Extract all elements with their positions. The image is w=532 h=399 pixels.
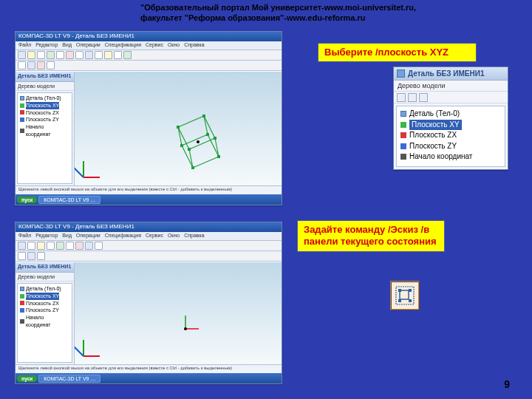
origin-icon: [20, 319, 24, 324]
menu-item[interactable]: Редактор: [35, 233, 58, 239]
toolbar-button[interactable]: [104, 51, 112, 59]
viewport-3d[interactable]: [75, 262, 282, 364]
toolbar-button[interactable]: [85, 242, 93, 250]
page-number: 9: [504, 378, 510, 390]
inset-model-tree[interactable]: Деталь (Тел-0) Плоскость XY Плоскость ZX…: [396, 106, 505, 167]
toolbar-button[interactable]: [47, 51, 55, 59]
side-panel-sublabel: Дерево модели: [16, 273, 74, 282]
sketch-icon[interactable]: [390, 281, 420, 310]
menu-item[interactable]: Редактор: [35, 42, 58, 49]
taskbar-task[interactable]: КОМПАС-3D LT V9 …: [38, 375, 100, 383]
toolbar-button[interactable]: [123, 51, 132, 59]
menu-item[interactable]: Операции: [76, 42, 100, 49]
toolbar-button[interactable]: [95, 242, 103, 250]
plane-icon: [20, 301, 24, 305]
tree-item[interactable]: Плоскость ZX: [19, 109, 70, 117]
toolbar-button[interactable]: [47, 242, 55, 250]
toolbar-button[interactable]: [37, 51, 45, 59]
toolbar-button[interactable]: [37, 242, 45, 250]
side-panel: Деталь БЕЗ ИМЕНИ1 Дерево модели Деталь (…: [16, 72, 75, 185]
side-panel: Деталь БЕЗ ИМЕНИ1 Дерево модели Деталь (…: [16, 262, 75, 364]
inset-toolbar-button[interactable]: [419, 93, 428, 102]
tree-item[interactable]: Плоскость ZY: [399, 141, 502, 152]
toolbar-button[interactable]: [37, 61, 45, 69]
tree-root[interactable]: Деталь (Тел-0): [19, 95, 70, 102]
svg-marker-0: [178, 116, 215, 149]
taskbar: пуск КОМПАС-3D LT V9 …: [16, 373, 282, 383]
toolbar-button[interactable]: [75, 51, 83, 59]
menu-item[interactable]: Вид: [62, 233, 72, 239]
callout-select-plane: Выберите /плоскость XYZ: [318, 43, 477, 62]
tree-item[interactable]: Плоскость ZY: [19, 307, 70, 314]
taskbar-task[interactable]: КОМПАС-3D LT V9 …: [38, 196, 100, 204]
toolbar-button[interactable]: [27, 51, 35, 59]
menu-item[interactable]: Спецификация: [105, 233, 141, 239]
model-tree[interactable]: Деталь (Тел-0) Плоскость XY Плоскость ZX…: [17, 283, 72, 363]
menu-item[interactable]: Справка: [184, 42, 204, 49]
tree-item[interactable]: Плоскость ZX: [399, 130, 502, 141]
toolbar-button[interactable]: [27, 242, 35, 250]
menu-item[interactable]: Вид: [62, 42, 72, 49]
toolbar-button[interactable]: [56, 242, 64, 250]
plane-icon: [20, 294, 24, 299]
tree-item[interactable]: Начало координат: [19, 123, 70, 138]
toolbar-button[interactable]: [95, 51, 103, 59]
tree-root[interactable]: Деталь (Тел-0): [399, 109, 502, 120]
toolbar-button[interactable]: [47, 61, 55, 69]
side-panel-title: Деталь БЕЗ ИМЕНИ1: [16, 262, 74, 273]
svg-rect-10: [180, 144, 183, 147]
tree-item[interactable]: Плоскость XY: [19, 102, 70, 109]
viewport-3d[interactable]: [75, 72, 282, 185]
toolbar-button[interactable]: [18, 51, 26, 59]
toolbar-button[interactable]: [27, 61, 35, 69]
tree-root[interactable]: Деталь (Тел-0): [19, 285, 70, 293]
svg-rect-22: [398, 299, 401, 302]
menubar[interactable]: Файл Редактор Вид Операции Спецификация …: [16, 41, 282, 50]
menu-item[interactable]: Окно: [168, 233, 180, 239]
menu-item[interactable]: Сервис: [146, 42, 163, 49]
tree-item[interactable]: Плоскость ZY: [19, 116, 70, 123]
toolbar-button[interactable]: [66, 51, 74, 59]
part-icon: [400, 111, 406, 117]
menu-item[interactable]: Спецификация: [105, 42, 141, 49]
part-icon: [20, 96, 24, 100]
toolbar-button[interactable]: [85, 51, 93, 59]
toolbar-button[interactable]: [56, 51, 64, 59]
svg-point-14: [197, 140, 200, 143]
tree-item[interactable]: Начало координат: [399, 151, 502, 163]
toolbar-button[interactable]: [18, 242, 26, 250]
toolbar-button[interactable]: [37, 252, 45, 260]
taskbar: пуск КОМПАС-3D LT V9 …: [16, 194, 282, 205]
toolbar-button[interactable]: [18, 61, 26, 69]
toolbar-button[interactable]: [75, 242, 83, 250]
start-button[interactable]: пуск: [17, 197, 37, 203]
menubar[interactable]: Файл Редактор Вид Операции Спецификация …: [16, 232, 282, 241]
menu-item[interactable]: Файл: [18, 233, 31, 239]
start-button[interactable]: пуск: [17, 375, 37, 382]
tree-item[interactable]: Плоскость XY: [19, 293, 70, 300]
isometric-plane-glyph: [163, 105, 230, 171]
toolbar-button[interactable]: [114, 51, 122, 59]
plane-icon: [400, 143, 406, 149]
menu-item[interactable]: Окно: [168, 42, 180, 49]
svg-rect-7: [202, 115, 205, 117]
tree-item[interactable]: Плоскость XY: [399, 120, 502, 131]
menu-item[interactable]: Операции: [76, 233, 100, 239]
tree-item[interactable]: Плоскость ZX: [19, 300, 70, 307]
plane-icon: [20, 308, 24, 313]
origin-marker: [171, 314, 200, 347]
toolbar-button[interactable]: [27, 252, 35, 260]
tree-item[interactable]: Начало координат: [19, 314, 70, 329]
screenshot-top: КОМПАС-3D LT V9 - Деталь БЕЗ ИМЕНИ1 Файл…: [15, 31, 282, 205]
inset-panel-title: Деталь БЕЗ ИМЕНИ1: [394, 67, 508, 81]
inset-toolbar-button[interactable]: [408, 93, 417, 102]
toolbar-button[interactable]: [66, 242, 74, 250]
inset-tree-label: Дерево модели: [394, 81, 508, 92]
menu-item[interactable]: Справка: [184, 233, 204, 239]
model-tree[interactable]: Деталь (Тел-0) Плоскость XY Плоскость ZX…: [17, 92, 72, 184]
inset-toolbar-button[interactable]: [397, 93, 406, 102]
menu-item[interactable]: Сервис: [146, 233, 163, 239]
toolbar-button[interactable]: [18, 252, 26, 260]
toolbar-main: [16, 241, 282, 251]
menu-item[interactable]: Файл: [18, 42, 31, 49]
